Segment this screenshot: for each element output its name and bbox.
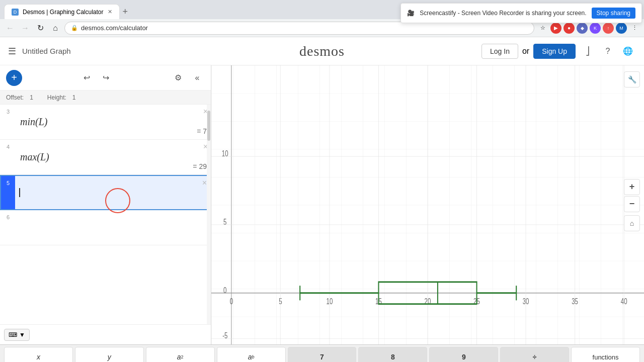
- height-value: 1: [72, 94, 76, 101]
- extension-icon-1[interactable]: ▶: [550, 23, 561, 34]
- profile-icon[interactable]: M: [616, 23, 627, 34]
- extension-icon-2[interactable]: ●: [564, 23, 575, 34]
- app-header: ☰ Untitled Graph desmos Log In or Sign U…: [0, 37, 644, 65]
- zoom-out-button[interactable]: −: [624, 196, 640, 212]
- offset-label: Offset:: [6, 94, 24, 101]
- share-icon[interactable]: ⎦: [580, 43, 596, 59]
- more-options-icon[interactable]: ⋮: [629, 23, 640, 34]
- new-tab-button[interactable]: +: [123, 7, 128, 17]
- home-button[interactable]: ⌂: [49, 22, 61, 34]
- zoom-in-button[interactable]: +: [624, 179, 640, 195]
- or-label: or: [522, 47, 529, 56]
- height-label: Height:: [47, 94, 66, 101]
- globe-icon[interactable]: 🌐: [620, 43, 636, 59]
- expression-row-5: 5 ×: [0, 175, 211, 210]
- help-icon[interactable]: ?: [600, 43, 616, 59]
- offset-value: 1: [30, 94, 33, 101]
- expr-math-3: min(L): [20, 116, 47, 128]
- expr-math-4: max(L): [20, 151, 49, 163]
- stop-sharing-button[interactable]: Stop sharing: [592, 8, 635, 19]
- redo-button[interactable]: ↪: [99, 70, 114, 85]
- keyboard-toggle-button[interactable]: ⌨ ▼: [4, 329, 30, 341]
- expr-close-5[interactable]: ×: [202, 179, 207, 187]
- keyboard-toggle-arrow: ▼: [19, 331, 25, 338]
- scrollbar[interactable]: [207, 105, 211, 324]
- expr-body-6[interactable]: [16, 210, 211, 245]
- extension-icon-4[interactable]: K: [590, 23, 601, 34]
- bookmark-icon[interactable]: ☆: [537, 23, 548, 34]
- browser-actions: ☆ ▶ ● ◆ K ↑ M ⋮: [537, 23, 640, 34]
- wrench-button[interactable]: 🔧: [624, 71, 640, 87]
- key-a-squared[interactable]: a2: [146, 347, 215, 362]
- key-y[interactable]: y: [75, 347, 144, 362]
- svg-text:10: 10: [222, 149, 228, 158]
- settings-button[interactable]: ⚙: [171, 70, 186, 85]
- key-8[interactable]: 8: [358, 347, 427, 362]
- url-text: desmos.com/calculator: [81, 24, 148, 32]
- graph-controls: + − ⌂: [624, 179, 640, 231]
- svg-text:0: 0: [230, 297, 233, 306]
- extension-icon-5[interactable]: ↑: [603, 23, 614, 34]
- key-divide[interactable]: ÷: [500, 347, 569, 362]
- expr-num-4: 4: [0, 140, 16, 174]
- notification-cam-icon: 🎥: [407, 10, 415, 17]
- expr-body-4[interactable]: max(L): [16, 140, 189, 174]
- back-button[interactable]: ←: [4, 22, 16, 34]
- header-right: Log In or Sign Up ⎦ ? 🌐: [481, 43, 636, 59]
- add-expression-button[interactable]: +: [6, 70, 22, 86]
- svg-text:5: 5: [223, 217, 227, 226]
- key-functions[interactable]: functions: [571, 347, 640, 362]
- keyboard-panel: x y a2 ab 7 8 9 ÷ functions ( ) < > 4 5 …: [0, 344, 644, 362]
- key-a-b[interactable]: ab: [217, 347, 286, 362]
- url-box[interactable]: 🔒 desmos.com/calculator: [64, 22, 534, 35]
- notification-bar: 🎥 Screencastify - Screen Video Recorder …: [400, 3, 642, 23]
- refresh-button[interactable]: ↻: [34, 22, 46, 34]
- app-title: Untitled Graph: [22, 47, 71, 55]
- notification-text: Screencastify - Screen Video Recorder is…: [420, 10, 586, 17]
- svg-text:0: 0: [223, 286, 227, 295]
- login-button[interactable]: Log In: [481, 44, 518, 59]
- expr-num-3: 3: [0, 105, 16, 139]
- expr-num-5: 5: [1, 176, 15, 209]
- graph-area: 🔧 0 5: [211, 65, 644, 344]
- expression-row-3: 3 min(L) = 7 ×: [0, 105, 211, 140]
- left-panel: + ↩ ↪ ⚙ « Offset: 1 Height: 1 3: [0, 65, 211, 344]
- key-x[interactable]: x: [4, 347, 73, 362]
- expr-num-6: 6: [0, 210, 16, 245]
- expression-row-4: 4 max(L) = 29 ×: [0, 140, 211, 175]
- keyboard-row-1: x y a2 ab 7 8 9 ÷ functions: [4, 347, 640, 362]
- text-cursor: [19, 188, 20, 197]
- panel-toolbar: + ↩ ↪ ⚙ «: [0, 65, 211, 90]
- forward-button[interactable]: →: [19, 22, 31, 34]
- undo-button[interactable]: ↩: [79, 70, 95, 85]
- main-content: + ↩ ↪ ⚙ « Offset: 1 Height: 1 3: [0, 65, 644, 344]
- signup-button[interactable]: Sign Up: [533, 44, 576, 59]
- extension-icon-3[interactable]: ◆: [577, 23, 588, 34]
- home-view-button[interactable]: ⌂: [624, 215, 640, 231]
- svg-text:-5: -5: [222, 331, 227, 340]
- collapse-button[interactable]: «: [190, 70, 205, 85]
- keyboard-toggle: ⌨ ▼: [0, 324, 211, 344]
- browser-tab[interactable]: D Desmos | Graphing Calculator ✕: [4, 4, 120, 19]
- key-9[interactable]: 9: [429, 347, 498, 362]
- desmos-logo: desmos: [299, 43, 345, 59]
- expression-row-6: 6: [0, 210, 211, 245]
- tab-title: Desmos | Graphing Calculator: [23, 9, 104, 16]
- menu-icon[interactable]: ☰: [8, 46, 16, 57]
- graph-svg: 0 5 10 15 20 25 30 35 40 10 5 0 -5: [211, 65, 644, 344]
- lock-icon: 🔒: [71, 25, 78, 31]
- expr-body-5[interactable]: [15, 176, 210, 209]
- key-7[interactable]: 7: [288, 347, 357, 362]
- scrollbar-thumb[interactable]: [207, 111, 210, 141]
- expression-list: 3 min(L) = 7 × 4 max(L) = 29 ×: [0, 105, 211, 324]
- tab-favicon: D: [12, 9, 19, 16]
- keyboard-icon: ⌨: [9, 331, 17, 338]
- tab-close-btn[interactable]: ✕: [108, 9, 112, 15]
- panel-top-partial: Offset: 1 Height: 1: [0, 90, 211, 105]
- expr-body-3[interactable]: min(L): [16, 105, 193, 139]
